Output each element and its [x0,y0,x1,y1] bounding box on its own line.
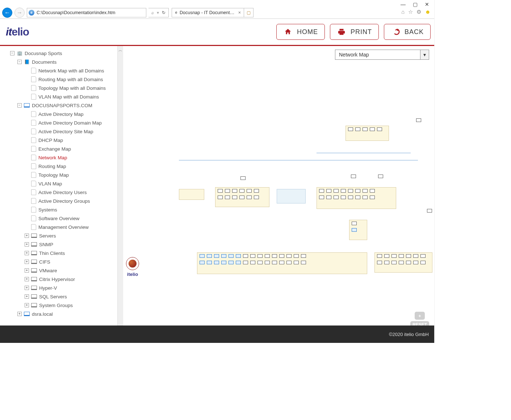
map-cluster[interactable] [345,126,389,141]
tree-item[interactable]: +System Groups [4,301,123,310]
browser-forward-button[interactable]: → [14,8,25,18]
tree-item[interactable]: Routing Map [4,162,123,171]
feedback-icon[interactable]: ☻ [425,9,431,15]
map-device[interactable] [416,118,421,122]
map-link [317,153,411,153]
address-bar[interactable]: e C:\Docusnap\Documentation\index.htm [27,8,146,17]
expand-icon[interactable]: + [25,268,29,273]
browser-back-button[interactable]: ← [2,8,12,18]
page-icon [31,94,36,100]
content-panel: Network Map ▾ [123,46,434,343]
main-area: − Docusnap Sports − Documents Network Ma… [0,46,434,343]
tree-root[interactable]: − Docusnap Sports [4,49,123,58]
collapse-icon[interactable]: − [10,51,14,55]
tree-item[interactable]: +SNMP [4,240,123,249]
home-button[interactable]: HOME [276,24,325,40]
tree-item[interactable]: Topology Map with all Domains [4,84,123,92]
tree-label: Active Directory Map [38,112,84,117]
tree-item[interactable]: VLAN Map [4,179,123,188]
tree-label: Routing Map with all Domains [38,77,103,82]
favorites-icon[interactable]: ☆ [408,9,413,15]
map-cluster[interactable] [277,189,306,203]
tree-item[interactable]: +Hyper-V [4,284,123,292]
tree-item[interactable]: Exchange Map [4,144,123,153]
expand-icon[interactable]: + [17,312,22,316]
tree-item[interactable]: +Servers [4,231,123,240]
collapse-icon[interactable]: − [17,103,22,108]
scroll-up-icon[interactable]: ︿ [118,47,122,53]
collapse-icon[interactable]: − [17,60,22,64]
tree-item[interactable]: Routing Map with all Domains [4,75,123,84]
tree-documents[interactable]: − Documents [4,58,123,66]
browser-tab[interactable]: e Docusnap - IT Documentati... × [172,8,244,17]
tree-item[interactable]: VLAN Map with all Domains [4,92,123,101]
tree-item[interactable]: Active Directory Site Map [4,127,123,136]
tree-item[interactable]: Network Map [4,153,123,162]
tree-item[interactable]: Active Directory Map [4,110,123,118]
tree-item[interactable]: Active Directory Users [4,188,123,197]
tree-label: Active Directory Groups [38,198,90,204]
tree-item[interactable]: +SQL Servers [4,292,123,301]
tree-other-domain[interactable]: + dsra.local [4,310,123,318]
window-close[interactable]: ✕ [425,1,429,7]
page-icon [31,172,36,178]
expand-icon[interactable]: + [25,260,29,264]
tree-label: Docusnap Sports [25,51,62,56]
tree-label: Routing Map [38,164,66,169]
map-cluster[interactable] [197,252,367,274]
view-selector[interactable]: Network Map ▾ [335,50,429,60]
tree-item[interactable]: +Thin Clients [4,249,123,257]
expand-icon[interactable]: + [25,234,29,238]
print-button[interactable]: PRINT [330,24,379,40]
tree-item[interactable]: Systems [4,205,123,214]
tree-label: Exchange Map [38,146,71,152]
map-device[interactable] [427,209,432,213]
tree-domain[interactable]: − DOCUSNAPSPORTS.COM [4,101,123,110]
tree-label: Servers [39,233,56,239]
tree-item[interactable]: Management Overview [4,223,123,231]
home-icon[interactable]: ⌂ [401,9,405,15]
expand-icon[interactable]: + [25,251,29,255]
expand-icon[interactable]: + [25,294,29,299]
tree-item[interactable]: +CIFS [4,257,123,266]
tree-item[interactable]: Software Overview [4,214,123,223]
map-cluster[interactable] [374,252,432,273]
map-device[interactable] [240,176,246,180]
monitor-icon [31,251,37,255]
back-button[interactable]: BACK [384,24,431,40]
map-cluster[interactable] [317,187,396,209]
expand-icon[interactable]: + [25,286,29,290]
monitor-icon [31,277,37,281]
tree-item[interactable]: Active Directory Groups [4,197,123,205]
copyright: ©2020 itelio GmbH [389,332,429,337]
refresh-icon[interactable]: ↻ [162,10,166,15]
tree-item[interactable]: Topology Map [4,171,123,179]
map-cluster[interactable] [215,187,269,207]
new-tab-button[interactable]: ▢ [244,8,254,17]
settings-icon[interactable]: ⚙ [416,9,421,15]
search-icon[interactable]: ⌕ [151,10,154,15]
tree-item[interactable]: +Citrix Hypervisor [4,275,123,284]
expand-icon[interactable]: + [25,242,29,247]
network-map-canvas[interactable]: itelio [125,79,431,281]
map-cluster[interactable] [349,220,367,240]
window-minimize[interactable]: — [401,1,406,7]
tree-item[interactable]: DHCP Map [4,136,123,144]
map-device[interactable] [351,175,356,178]
tree-item[interactable]: +VMware [4,266,123,275]
map-cluster[interactable] [179,189,204,200]
expand-icon[interactable]: + [25,277,29,281]
zoom-in-button[interactable]: + [415,312,425,320]
window-maximize[interactable]: ▢ [413,1,418,7]
tree-item[interactable]: Network Map with all Domains [4,66,123,75]
tree-label: Active Directory Site Map [38,129,93,134]
tree-label: Network Map [38,155,67,160]
navigation-tree[interactable]: − Docusnap Sports − Documents Network Ma… [0,46,123,321]
expand-icon[interactable]: + [25,303,29,307]
tree-item[interactable]: Active Directory Domain Map [4,118,123,127]
tab-close-icon[interactable]: × [238,10,241,15]
tree-scrollbar[interactable]: ︿ ﹀ [117,46,123,343]
page-icon [31,189,36,195]
dropdown-icon[interactable]: ▾ [420,50,429,59]
map-device[interactable] [378,175,383,178]
